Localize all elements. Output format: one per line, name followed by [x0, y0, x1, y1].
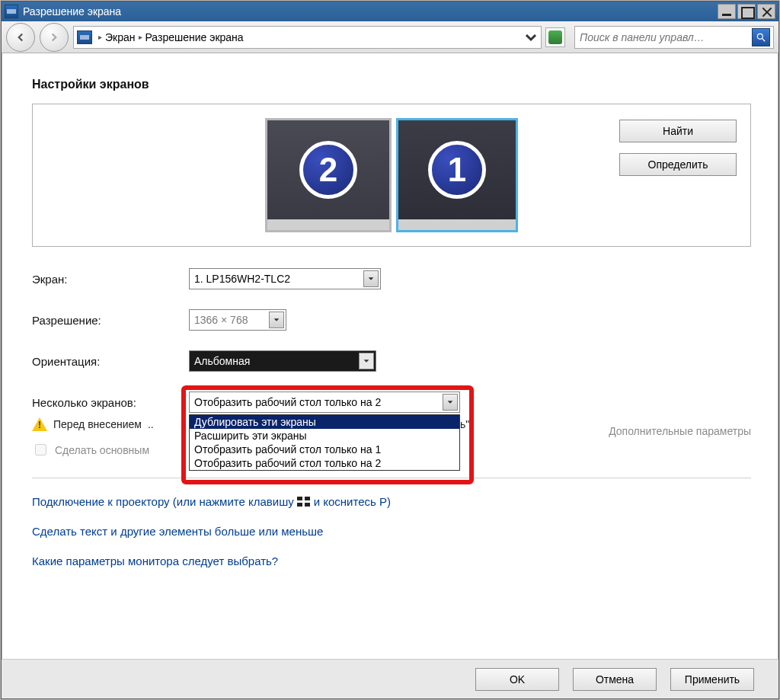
display-select[interactable]: 1. LP156WH2-TLC2: [189, 268, 381, 289]
content: Настройки экранов 2 1 Найти Определить: [2, 53, 778, 659]
monitor-2[interactable]: 2: [265, 118, 392, 232]
breadcrumb[interactable]: ▸ Экран ▸ Разрешение экрана: [73, 26, 542, 49]
page-title: Настройки экранов: [32, 78, 751, 91]
separator: [32, 478, 751, 478]
multiple-label: Несколько экранов:: [32, 396, 189, 409]
multiple-option[interactable]: Отобразить рабочий стол только на 2: [190, 456, 459, 470]
window: Разрешение экрана ▸ Экран ▸ Разрешение э…: [1, 1, 779, 699]
titlebar: Разрешение экрана: [2, 2, 778, 21]
apply-button[interactable]: Применить: [670, 668, 754, 691]
multiple-value: Отобразить рабочий стол только на 2: [194, 396, 443, 408]
warn-text-pre: Перед внесением: [53, 418, 142, 430]
refresh-icon: [548, 30, 562, 44]
breadcrumb-dropdown-button[interactable]: [524, 30, 538, 44]
chevron-right-icon: ▸: [139, 33, 142, 41]
display-icon: [77, 30, 92, 44]
maximize-button[interactable]: [737, 4, 756, 19]
which-settings-link[interactable]: Какие параметры монитора следует выбрать…: [32, 555, 751, 567]
resolution-select[interactable]: 1366 × 768: [189, 309, 286, 331]
search-icon: [756, 32, 766, 43]
minimize-button[interactable]: [718, 4, 736, 19]
chevron-down-icon: [269, 312, 284, 328]
monitor-1[interactable]: 1: [396, 118, 518, 232]
monitors-box: 2 1 Найти Определить: [32, 104, 751, 247]
multiple-option[interactable]: Отобразить рабочий стол только на 1: [190, 443, 459, 456]
resolution-label: Разрешение:: [32, 314, 189, 327]
textsize-link[interactable]: Сделать текст и другие элементы больше и…: [32, 525, 751, 538]
window-title: Разрешение экрана: [23, 5, 121, 18]
chevron-right-icon: ▸: [98, 33, 102, 41]
multiple-displays-select[interactable]: Отобразить рабочий стол только на 2: [189, 392, 460, 413]
cancel-button[interactable]: Отмена: [573, 668, 657, 691]
search-input[interactable]: [578, 30, 752, 44]
breadcrumb-seg2[interactable]: Разрешение экрана: [145, 31, 244, 43]
multiple-displays-dropdown: Дублировать эти экраныРасширить эти экра…: [189, 414, 460, 471]
orientation-value: Альбомная: [194, 355, 359, 367]
navbar: ▸ Экран ▸ Разрешение экрана: [2, 21, 778, 53]
make-primary-checkbox[interactable]: [35, 444, 46, 455]
chevron-down-icon: [359, 353, 374, 369]
windows-key-icon: [297, 497, 311, 507]
orientation-select[interactable]: Альбомная: [189, 350, 376, 372]
breadcrumb-seg1[interactable]: Экран: [105, 31, 136, 43]
monitor-number: 2: [299, 141, 357, 199]
make-primary-label: Сделать основным: [55, 444, 149, 456]
advanced-settings-link[interactable]: Дополнительные параметры: [609, 425, 751, 437]
svg-point-0: [757, 34, 762, 39]
multiple-option[interactable]: Расширить эти экраны: [190, 429, 459, 443]
svg-line-1: [762, 38, 766, 41]
back-button[interactable]: [6, 23, 35, 52]
resolution-value: 1366 × 768: [194, 314, 269, 326]
find-button[interactable]: Найти: [619, 120, 737, 142]
forward-button[interactable]: [40, 23, 69, 52]
footer: OK Отмена Применить: [2, 659, 778, 698]
display-value: 1. LP156WH2-TLC2: [194, 273, 363, 285]
app-icon: [5, 5, 18, 18]
warning-icon: [32, 417, 47, 431]
chevron-down-icon: [363, 270, 379, 287]
search-button[interactable]: [752, 28, 770, 46]
form-area: Экран: 1. LP156WH2-TLC2 Разрешение: 1366…: [32, 268, 751, 470]
chevron-down-icon: [443, 394, 458, 411]
ok-button[interactable]: OK: [475, 668, 559, 691]
monitor-number: 1: [428, 141, 486, 199]
search-box: [574, 26, 774, 49]
refresh-button[interactable]: [545, 27, 565, 47]
close-button[interactable]: [757, 4, 775, 19]
identify-button[interactable]: Определить: [619, 153, 737, 176]
display-label: Экран:: [32, 273, 189, 286]
orientation-label: Ориентация:: [32, 355, 189, 368]
multiple-option[interactable]: Дублировать эти экраны: [190, 415, 459, 429]
projector-link[interactable]: Подключение к проектору (или нажмите кла…: [32, 495, 751, 508]
